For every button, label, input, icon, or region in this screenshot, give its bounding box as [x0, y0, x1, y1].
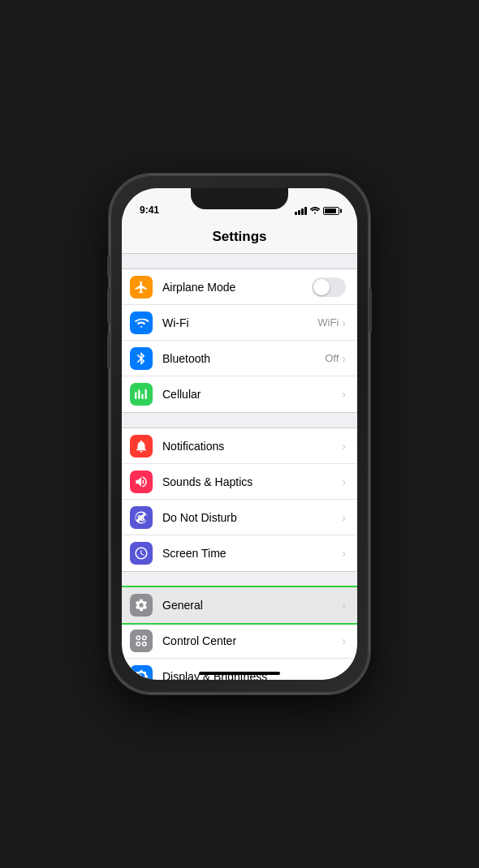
do-not-disturb-chevron-icon: › [342, 511, 346, 524]
mute-button [107, 256, 110, 278]
notifications-label: Notifications [162, 440, 342, 453]
volume-down-button [107, 333, 110, 369]
cellular-icon [130, 383, 153, 406]
general-icon [130, 594, 153, 617]
section-group-connectivity: Airplane ModeWi-FiWiFi›BluetoothOff›Cell… [122, 269, 357, 413]
display-brightness-chevron-icon: › [342, 670, 346, 681]
wifi-chevron-icon: › [342, 316, 346, 329]
settings-row-display-brightness[interactable]: Display & Brightness› [122, 659, 357, 680]
power-button [369, 288, 372, 333]
settings-row-general[interactable]: General› [122, 587, 357, 623]
volume-up-button [107, 288, 110, 324]
screen-time-icon [130, 542, 153, 565]
phone-frame: 9:41 [110, 174, 369, 694]
settings-row-cellular[interactable]: Cellular› [122, 376, 357, 412]
settings-row-wifi[interactable]: Wi-FiWiFi› [122, 305, 357, 341]
section-group-preferences: General›Control Center›Display & Brightn… [122, 587, 357, 680]
svg-point-2 [136, 642, 140, 646]
screen-time-label: Screen Time [162, 547, 342, 560]
status-time: 9:41 [140, 204, 159, 216]
display-brightness-icon [130, 665, 153, 681]
wifi-icon [130, 312, 153, 334]
svg-point-1 [143, 636, 147, 640]
settings-content: Airplane ModeWi-FiWiFi›BluetoothOff›Cell… [122, 269, 357, 680]
screen-time-chevron-icon: › [342, 547, 346, 560]
wifi-label: Wi-Fi [162, 316, 317, 329]
control-center-label: Control Center [162, 634, 342, 647]
page-title: Settings [122, 229, 357, 245]
settings-row-control-center[interactable]: Control Center› [122, 623, 357, 659]
bluetooth-icon [130, 347, 153, 370]
bluetooth-chevron-icon: › [342, 352, 346, 365]
notch [191, 188, 288, 209]
general-chevron-icon: › [342, 599, 346, 612]
battery-icon [323, 207, 339, 215]
phone-screen-container: 9:41 [122, 188, 357, 680]
settings-row-do-not-disturb[interactable]: Do Not Disturb› [122, 500, 357, 535]
section-group-system: Notifications›Sounds & Haptics›Do Not Di… [122, 428, 357, 572]
airplane-mode-label: Airplane Mode [162, 281, 312, 294]
settings-row-bluetooth[interactable]: BluetoothOff› [122, 341, 357, 376]
general-label: General [162, 599, 342, 612]
airplane-mode-toggle[interactable] [312, 277, 346, 297]
do-not-disturb-icon [130, 506, 153, 529]
notifications-chevron-icon: › [342, 440, 346, 453]
svg-point-3 [143, 642, 147, 646]
home-indicator [199, 672, 280, 675]
airplane-mode-icon [130, 276, 153, 299]
do-not-disturb-label: Do Not Disturb [162, 511, 342, 524]
screen: 9:41 [122, 188, 357, 680]
settings-row-screen-time[interactable]: Screen Time› [122, 535, 357, 571]
control-center-icon [130, 630, 153, 652]
settings-row-airplane-mode[interactable]: Airplane Mode [122, 269, 357, 305]
bluetooth-label: Bluetooth [162, 352, 325, 365]
cellular-chevron-icon: › [342, 388, 346, 401]
wifi-status-icon [310, 206, 320, 216]
settings-row-notifications[interactable]: Notifications› [122, 428, 357, 464]
settings-row-sounds-haptics[interactable]: Sounds & Haptics› [122, 464, 357, 500]
cellular-label: Cellular [162, 388, 342, 401]
notifications-icon [130, 435, 153, 458]
control-center-chevron-icon: › [342, 634, 346, 647]
status-icons [295, 206, 339, 216]
bluetooth-value: Off [325, 352, 339, 364]
wifi-value: WiFi [317, 316, 339, 329]
signal-icon [295, 207, 307, 215]
sounds-haptics-icon [130, 471, 153, 493]
sounds-haptics-label: Sounds & Haptics [162, 475, 342, 488]
sounds-haptics-chevron-icon: › [342, 475, 346, 488]
svg-point-0 [136, 636, 140, 640]
